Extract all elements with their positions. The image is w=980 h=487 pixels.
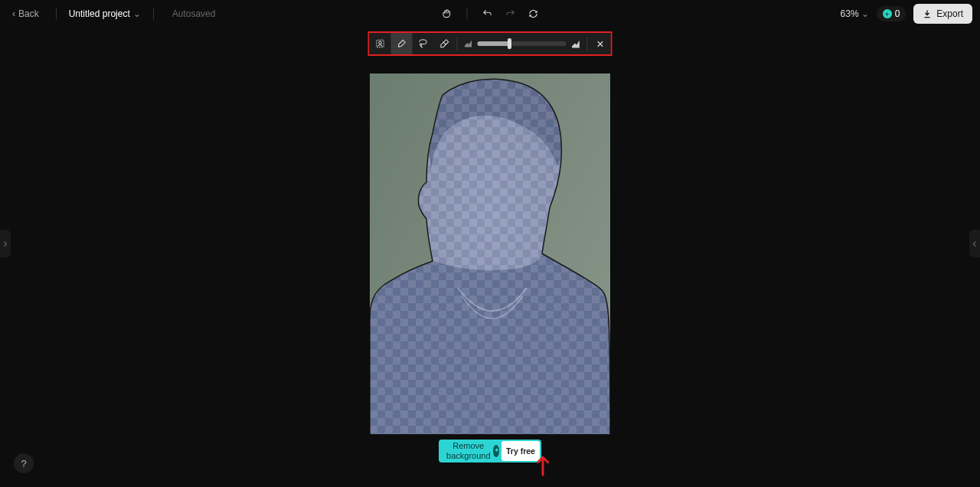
svg-marker-0 [884, 11, 890, 17]
divider [153, 8, 154, 20]
help-button[interactable]: ? [14, 453, 34, 473]
pan-tool-button[interactable] [439, 6, 455, 21]
app-header: ‹ Back Untitled project ⌄ Autosaved 63% … [0, 0, 980, 28]
download-icon [923, 9, 932, 18]
cta-main: Remove background ✦ [439, 440, 500, 462]
canvas-area[interactable] [0, 28, 980, 487]
sparkle-icon: ✦ [494, 445, 500, 457]
remove-background-cta[interactable]: Remove background ✦ Try free [439, 440, 541, 462]
right-panel-toggle[interactable]: ‹ [969, 230, 980, 257]
export-label: Export [936, 8, 963, 19]
cta-label: Remove background [446, 441, 490, 461]
divider [467, 8, 468, 20]
left-panel-toggle[interactable]: › [0, 230, 11, 257]
chevron-left-icon: ‹ [12, 8, 15, 19]
header-left: ‹ Back Untitled project ⌄ Autosaved [8, 7, 215, 21]
export-button[interactable]: Export [913, 4, 972, 24]
svg-rect-8 [370, 74, 610, 434]
credits-button[interactable]: 0 [877, 6, 906, 21]
chevron-right-icon: › [3, 237, 7, 250]
redo-button[interactable] [503, 6, 518, 21]
back-button[interactable]: ‹ Back [8, 7, 44, 21]
chevron-down-icon: ⌄ [133, 8, 141, 19]
divider [56, 8, 57, 20]
autosave-status: Autosaved [172, 8, 216, 19]
undo-button[interactable] [480, 6, 495, 21]
header-right: 63% ⌄ 0 Export [841, 4, 972, 24]
project-name-dropdown[interactable]: Untitled project ⌄ [69, 8, 141, 19]
project-name-text: Untitled project [69, 8, 130, 19]
try-free-label: Try free [506, 446, 535, 456]
back-label: Back [18, 8, 39, 19]
chevron-down-icon: ⌄ [861, 8, 869, 19]
zoom-value: 63% [841, 8, 859, 19]
image-canvas[interactable] [370, 74, 610, 434]
zoom-dropdown[interactable]: 63% ⌄ [841, 8, 869, 19]
coin-icon [883, 9, 892, 18]
chevron-left-icon: ‹ [972, 237, 976, 250]
subject-selection-overlay [370, 74, 610, 434]
header-center [439, 6, 541, 21]
help-icon: ? [21, 458, 26, 469]
refresh-button[interactable] [526, 6, 541, 21]
credits-count: 0 [895, 8, 900, 19]
